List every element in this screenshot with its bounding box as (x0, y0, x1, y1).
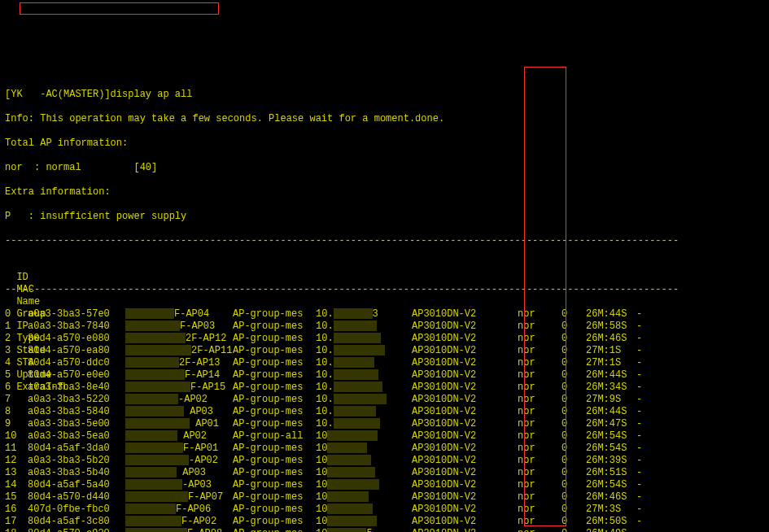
cell-type: AP3010DN-V2 (412, 406, 518, 418)
cell-type: AP3010DN-V2 (412, 528, 518, 532)
cell-name: F-AP06 (125, 504, 233, 516)
cell-mac: 80d4-a570-d440 (28, 491, 125, 504)
cell-mac: a0a3-3ba3-5840 (28, 406, 125, 418)
cell-group: AP-group-mes (233, 308, 316, 321)
cell-ip: 10 (316, 491, 412, 504)
cell-ip: 10 (316, 504, 412, 516)
cell-id: 7 (5, 394, 28, 406)
cell-name-text: F-AP02 (181, 516, 216, 527)
cell-uptime: 26M:46S (586, 491, 636, 504)
cell-name: -AP02 (125, 394, 233, 406)
cell-name-text: AP03 (184, 406, 213, 417)
cell-ip-left: 10. (316, 369, 334, 381)
cell-mac: a0a3-3ba3-5e00 (28, 418, 125, 430)
cell-mac: 80d4-a570-e920 (28, 528, 125, 532)
table-row: 8a0a3-3ba3-5840 AP03AP-group-mes10.AP301… (5, 406, 764, 418)
cell-type: AP3010DN-V2 (412, 516, 518, 528)
cell-name: 2F-AP11 (125, 345, 233, 357)
cell-ip-left: 10. (316, 357, 334, 368)
redaction-block (125, 443, 183, 453)
redaction-block (327, 430, 378, 441)
redaction-block (125, 491, 188, 502)
table-row: 380d4-a570-ea802F-AP11AP-group-mes10.AP3… (5, 345, 764, 357)
cell-uptime: 26M:46S (586, 333, 636, 345)
cell-extra: - (636, 321, 685, 333)
cell-extra: - (636, 382, 685, 394)
cell-id: 2 (5, 333, 28, 345)
cell-name: 2F-AP12 (125, 333, 233, 345)
cell-state: nor (518, 308, 561, 321)
redaction-block (125, 369, 185, 380)
redaction-block (125, 479, 182, 490)
cell-group: AP-group-mes (233, 418, 316, 430)
cell-type: AP3010DN-V2 (412, 504, 518, 516)
cell-uptime: 26M:49S (586, 528, 636, 532)
cell-name: F-AP07 (125, 491, 233, 504)
redaction-block (327, 528, 366, 532)
cell-id: 11 (5, 443, 28, 455)
cell-uptime: 26M:44S (586, 406, 636, 418)
cell-type: AP3010DN-V2 (412, 491, 518, 504)
cell-id: 6 (5, 382, 28, 394)
cell-extra: - (636, 308, 685, 321)
cell-ip: 10 (316, 443, 412, 455)
table-row: 1180d4-a5af-3da0F-AP01AP-group-mes10AP30… (5, 443, 764, 455)
redaction-block (125, 467, 177, 477)
cell-sta: 0 (561, 333, 586, 345)
cell-name-text: F-AP03 (180, 321, 215, 332)
cell-group: AP-group-mes (233, 479, 316, 491)
cell-name-text: F-AP08 (187, 528, 222, 532)
total-line: Total AP information: (5, 137, 764, 150)
cell-group: AP-group-all (233, 430, 316, 443)
cell-mac: 80d4-a5af-5a40 (28, 479, 125, 491)
cell-state: nor (518, 479, 561, 491)
redaction-block (334, 321, 377, 331)
redaction-block (125, 382, 190, 392)
cell-name-text: -AP03 (182, 479, 212, 491)
cell-sta: 0 (561, 369, 586, 382)
cell-name-text: F-AP14 (185, 369, 220, 381)
cell-sta: 0 (561, 504, 586, 516)
cell-extra: - (636, 394, 685, 406)
table-row: 6a0a3-3ba3-8e40F-AP15AP-group-mes10.AP30… (5, 382, 764, 394)
redaction-block (334, 406, 376, 416)
cell-ip-left: 10 (316, 479, 327, 491)
redaction-block (125, 504, 176, 514)
cell-name: AP03 (125, 406, 233, 418)
cell-ip-left: 10 (316, 467, 327, 478)
cell-state: nor (518, 406, 561, 418)
cell-uptime: 26M:58S (586, 321, 636, 333)
cell-ip-left: 10 (316, 504, 327, 515)
cell-extra: - (636, 406, 685, 418)
cell-state: nor (518, 504, 561, 516)
cell-ip-left: 10. (316, 418, 334, 430)
cell-ip: 10.3 (316, 308, 412, 321)
cell-extra: - (636, 357, 685, 369)
redaction-block (125, 528, 187, 532)
cell-sta: 0 (561, 418, 586, 430)
cell-extra: - (636, 491, 685, 504)
cell-extra: - (636, 455, 685, 467)
cell-ip: 10. (316, 418, 412, 430)
highlight-prompt (20, 2, 219, 15)
cell-state: nor (518, 528, 561, 532)
cell-extra: - (636, 369, 685, 382)
cell-name: -AP02 (125, 455, 233, 467)
cell-uptime: 27M:3S (586, 504, 636, 516)
cell-group: AP-group-mes (233, 357, 316, 369)
cell-state: nor (518, 418, 561, 430)
cell-sta: 0 (561, 443, 586, 455)
cell-mac: a0a3-3ba3-7840 (28, 321, 125, 333)
cell-ip: 10 (316, 467, 412, 479)
redaction-block (334, 333, 381, 343)
cell-mac: a0a3-3ba3-8e40 (28, 382, 125, 394)
cell-id: 3 (5, 345, 28, 357)
redaction-block (125, 308, 174, 319)
cell-id: 5 (5, 369, 28, 382)
cell-extra: - (636, 479, 685, 491)
cell-name-text: 2F-AP11 (191, 345, 232, 356)
redaction-block (125, 455, 189, 465)
cell-state: nor (518, 333, 561, 345)
info-line: Info: This operation may take a few seco… (5, 113, 764, 125)
cell-sta: 0 (561, 479, 586, 491)
